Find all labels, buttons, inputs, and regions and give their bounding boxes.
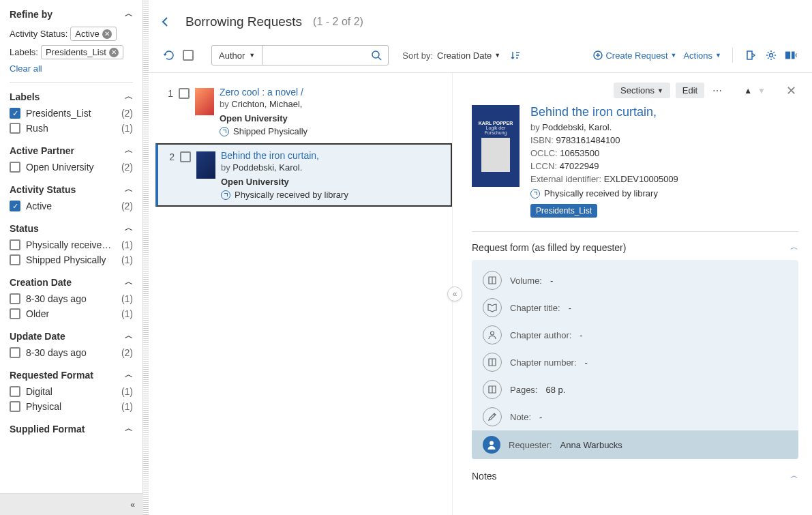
page-count: (1 - 2 of 2) [313, 16, 363, 28]
item-library: Open University [221, 177, 445, 187]
facet-header[interactable]: Supplied Format ︿ [10, 423, 133, 435]
checkbox[interactable] [10, 123, 20, 134]
facet-item[interactable]: Open University (2) [10, 162, 133, 173]
create-request-button[interactable]: Create Request ▼ [593, 50, 676, 61]
facet-item[interactable]: Digital (1) [10, 386, 133, 397]
item-title[interactable]: Zero cool : a novel / [220, 87, 445, 98]
checkbox[interactable] [10, 401, 20, 412]
sort-direction-icon[interactable] [509, 48, 522, 62]
export-icon[interactable] [744, 48, 757, 62]
select-all-checkbox[interactable] [183, 50, 194, 61]
item-status: Physically received by library [221, 190, 445, 200]
checkbox[interactable] [10, 162, 20, 173]
facet-item[interactable]: 8-30 days ago (1) [10, 293, 133, 304]
facet-header[interactable]: Creation Date ︿ [10, 276, 133, 288]
collapse-refine-icon[interactable]: ︿ [125, 8, 133, 20]
refine-title: Refine by [10, 9, 52, 20]
chevron-up-icon[interactable]: ︿ [125, 145, 133, 156]
sidebar: Refine by ︿ Activity Status: Active✕Labe… [0, 0, 143, 515]
facet-header[interactable]: Active Partner ︿ [10, 145, 133, 156]
facet-item[interactable]: ✓ Presidents_List (2) [10, 108, 133, 119]
checkbox[interactable] [10, 386, 20, 397]
clock-icon [221, 190, 230, 200]
facet-header[interactable]: Status ︿ [10, 222, 133, 234]
item-title[interactable]: Behind the iron curtain, [221, 150, 445, 161]
refresh-icon[interactable] [162, 48, 176, 62]
clock-icon [220, 127, 229, 136]
clear-all-link[interactable]: Clear all [10, 63, 133, 74]
settings-icon[interactable] [764, 48, 778, 62]
checkbox[interactable]: ✓ [10, 201, 20, 211]
item-checkbox[interactable] [180, 151, 191, 162]
facet-header[interactable]: Requested Format ︿ [10, 369, 133, 381]
checkbox[interactable] [10, 239, 20, 250]
item-checkbox[interactable] [179, 88, 190, 99]
book-open-icon [483, 298, 502, 317]
chevron-up-icon[interactable]: ︿ [125, 423, 133, 435]
chip-label: Labels: [10, 47, 38, 57]
meta-row: LCCN: 47022949 [530, 161, 798, 171]
remove-chip-icon[interactable]: ✕ [102, 29, 112, 39]
label-chip[interactable]: Presidents_List [530, 204, 597, 218]
actions-menu[interactable]: Actions ▼ [683, 50, 721, 61]
search-input[interactable] [262, 46, 365, 65]
sidebar-footer: « [0, 493, 143, 515]
checkbox[interactable]: ✓ [10, 108, 20, 119]
detail-status: Physically received by library [530, 188, 798, 198]
svg-point-3 [770, 54, 773, 57]
chevron-up-icon[interactable]: ︿ [125, 276, 133, 288]
collapse-sidebar-icon[interactable]: « [130, 500, 135, 510]
filter-chip[interactable]: Active✕ [70, 27, 116, 41]
list-pane: 1 Zero cool : a novel / by Crichton, Mic… [149, 73, 452, 515]
item-author: by Poddebski, Karol. [221, 162, 445, 173]
checkbox[interactable] [10, 293, 20, 304]
more-actions-icon[interactable]: ⋯ [710, 83, 725, 98]
facet-item[interactable]: ✓ Active (2) [10, 201, 133, 211]
request-form-section-header[interactable]: Request form (as filled by requester) ︿ [472, 241, 798, 253]
notes-section-header[interactable]: Notes ︿ [472, 470, 798, 482]
chip-label: Activity Status: [10, 29, 67, 39]
page-title: Borrowing Requests [185, 14, 302, 29]
layout-toggle-icon[interactable] [785, 48, 798, 62]
item-thumbnail [195, 88, 214, 115]
sections-button[interactable]: Sections ▼ [614, 83, 670, 98]
svg-point-6 [491, 332, 494, 335]
checkbox[interactable] [10, 347, 20, 358]
detail-title[interactable]: Behind the iron curtain, [530, 105, 798, 119]
chevron-up-icon[interactable]: ︿ [125, 183, 133, 195]
drag-handle[interactable] [143, 0, 149, 515]
facet-item[interactable]: Older (1) [10, 308, 133, 319]
facet-header[interactable]: Update Date ︿ [10, 330, 133, 342]
sort-select[interactable]: Creation Date ▼ [437, 50, 500, 61]
filter-chip[interactable]: Presidents_List✕ [41, 45, 123, 59]
form-row: Chapter title: - [472, 294, 798, 321]
svg-point-7 [490, 441, 494, 445]
checkbox[interactable] [10, 254, 20, 265]
edit-button[interactable]: Edit [676, 83, 704, 98]
person-icon [483, 436, 500, 454]
facet-header[interactable]: Labels ︿ [10, 91, 133, 102]
prev-record-icon[interactable]: ▲ [744, 86, 752, 95]
search-button[interactable] [365, 46, 388, 65]
facet-item[interactable]: Physically receive… (1) [10, 239, 133, 250]
facet-item[interactable]: Physical (1) [10, 401, 133, 412]
chevron-up-icon[interactable]: ︿ [125, 222, 133, 234]
search-field-select[interactable]: Author ▼ [212, 46, 262, 65]
chevron-up-icon[interactable]: ︿ [125, 369, 133, 381]
close-detail-icon[interactable]: ✕ [783, 83, 798, 98]
back-button[interactable] [155, 12, 175, 31]
meta-row: ISBN: 9783161484100 [530, 135, 798, 145]
chevron-up-icon[interactable]: ︿ [125, 330, 133, 342]
form-row: Chapter number: - [472, 349, 798, 376]
list-item[interactable]: 1 Zero cool : a novel / by Crichton, Mic… [155, 80, 452, 143]
list-item[interactable]: 2 Behind the iron curtain, by Poddebski,… [155, 143, 452, 207]
facet-item[interactable]: 8-30 days ago (2) [10, 347, 133, 358]
facet-item[interactable]: Shipped Physically (1) [10, 254, 133, 265]
facet-header[interactable]: Activity Status ︿ [10, 183, 133, 195]
remove-chip-icon[interactable]: ✕ [109, 48, 119, 57]
chevron-up-icon[interactable]: ︿ [125, 91, 133, 102]
checkbox[interactable] [10, 308, 20, 319]
requester-row[interactable]: Requester: Anna Warbucks [472, 430, 798, 459]
facet-item[interactable]: Rush (1) [10, 123, 133, 134]
collapse-detail-icon[interactable]: « [447, 286, 462, 301]
